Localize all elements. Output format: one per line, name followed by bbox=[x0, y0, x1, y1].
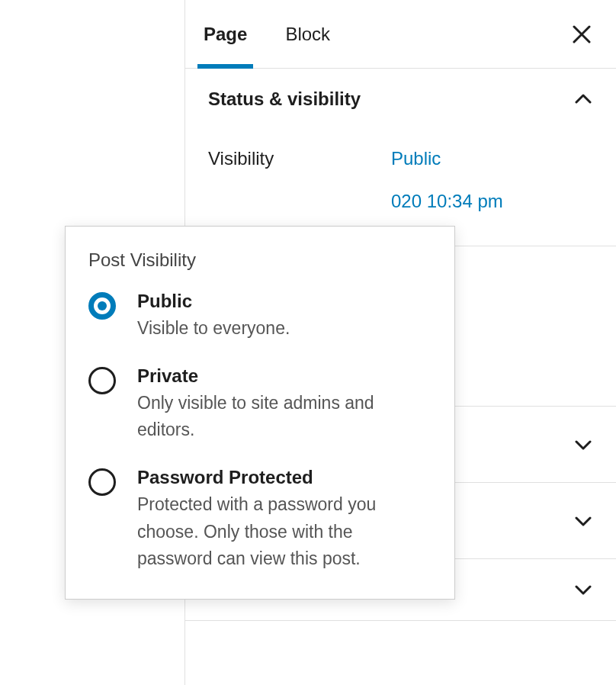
radio-public-description: Visible to everyone. bbox=[137, 315, 432, 342]
close-icon bbox=[572, 24, 592, 44]
visibility-row: Visibility Public bbox=[208, 137, 593, 180]
radio-private-description: Only visible to site admins and editors. bbox=[137, 390, 432, 444]
radio-password-label: Password Protected bbox=[137, 467, 432, 488]
tab-block[interactable]: Block bbox=[285, 1, 330, 68]
chevron-down-icon bbox=[573, 435, 593, 455]
panel-status-visibility-header[interactable]: Status & visibility bbox=[185, 69, 616, 130]
publish-row: 020 10:34 pm bbox=[208, 180, 593, 223]
sidebar-tabs: Page Block bbox=[185, 0, 616, 69]
visibility-label: Visibility bbox=[208, 148, 391, 169]
radio-private-content: Private Only visible to site admins and … bbox=[137, 365, 432, 444]
post-visibility-popover: Post Visibility Public Visible to everyo… bbox=[65, 226, 455, 600]
radio-password-description: Protected with a password you choose. On… bbox=[137, 491, 432, 573]
radio-public-label: Public bbox=[137, 291, 432, 312]
publish-value[interactable]: 020 10:34 pm bbox=[391, 191, 503, 212]
chevron-down-icon bbox=[573, 511, 593, 531]
visibility-option-private[interactable]: Private Only visible to site admins and … bbox=[88, 365, 432, 444]
close-sidebar-button[interactable] bbox=[566, 18, 598, 50]
radio-password-content: Password Protected Protected with a pass… bbox=[137, 467, 432, 573]
radio-public-content: Public Visible to everyone. bbox=[137, 291, 432, 342]
visibility-option-password[interactable]: Password Protected Protected with a pass… bbox=[88, 467, 432, 573]
post-visibility-title: Post Visibility bbox=[88, 249, 432, 271]
tab-page[interactable]: Page bbox=[204, 1, 247, 68]
panel-status-visibility: Status & visibility Visibility Public 02… bbox=[185, 69, 616, 246]
chevron-down-icon bbox=[573, 580, 593, 600]
visibility-option-public[interactable]: Public Visible to everyone. bbox=[88, 291, 432, 342]
radio-private-label: Private bbox=[137, 365, 432, 387]
chevron-up-icon bbox=[573, 89, 593, 109]
radio-private[interactable] bbox=[88, 367, 116, 394]
radio-password[interactable] bbox=[88, 468, 116, 496]
visibility-value[interactable]: Public bbox=[391, 148, 441, 169]
radio-public[interactable] bbox=[88, 292, 116, 320]
panel-status-visibility-title: Status & visibility bbox=[208, 88, 361, 110]
